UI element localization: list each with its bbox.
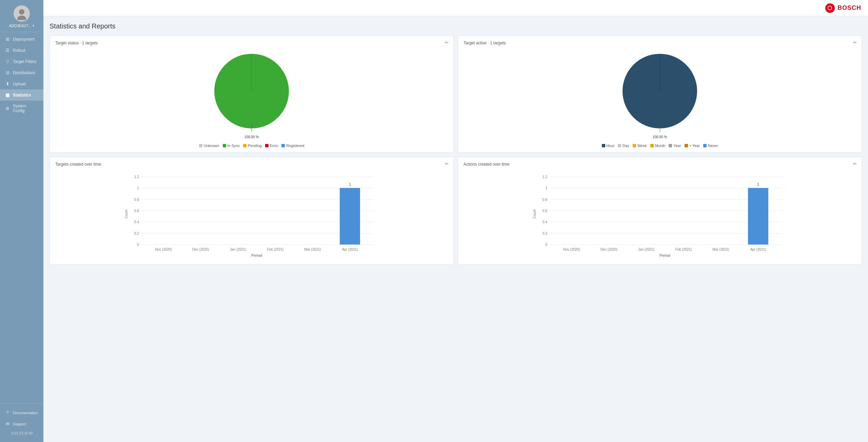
legend-label-pending: Pending	[248, 144, 261, 148]
legend-item-year: Year	[669, 144, 681, 148]
svg-text:1: 1	[757, 183, 759, 186]
sidebar-item-documentation[interactable]: ? Documentation	[0, 407, 43, 418]
legend-item-error: Error	[265, 144, 278, 148]
pie-label-2: 100.00 %	[653, 135, 667, 139]
sidebar-item-support[interactable]: ✉ Support	[0, 418, 43, 429]
pie-container-1: 100.00 % Unknown In Sync P	[55, 49, 448, 148]
sidebar-item-deployment[interactable]: ⊞ Deployment	[0, 34, 43, 45]
legend-label-gt-year: > Year	[689, 144, 700, 148]
svg-text:Period: Period	[251, 253, 262, 257]
week-dot	[633, 144, 636, 147]
bar-apr-2021	[340, 188, 360, 245]
legend-item-insync: In Sync	[223, 144, 240, 148]
legend-item-never: Never	[703, 144, 718, 148]
sidebar-item-label: Rollout	[13, 48, 25, 53]
edit-icon[interactable]: ✏	[445, 40, 449, 45]
svg-text:Dec (2020): Dec (2020)	[192, 248, 209, 251]
main-content: ⬡ BOSCH Statistics and Reports Target st…	[43, 0, 868, 442]
rollout-icon: ☰	[5, 48, 10, 53]
sidebar-item-label: System Config	[13, 104, 39, 113]
gear-icon: ⚙	[5, 106, 10, 111]
svg-text:Apr (2021): Apr (2021)	[750, 248, 766, 251]
legend-item-week: Week	[633, 144, 647, 148]
svg-text:Jan (2021): Jan (2021)	[230, 248, 246, 251]
sidebar-item-target-filters[interactable]: ▽ Target Filters	[0, 56, 43, 67]
edit-icon-3[interactable]: ✏	[445, 161, 449, 166]
chevron-down-icon: ▾	[33, 24, 34, 27]
sidebar-item-label: Statistics	[13, 93, 31, 98]
svg-text:0.6: 0.6	[542, 209, 547, 213]
sidebar-item-label: Support	[13, 422, 26, 426]
never-dot	[703, 144, 707, 147]
svg-point-0	[19, 9, 24, 15]
pending-dot	[243, 144, 246, 147]
edit-icon-4[interactable]: ✏	[853, 161, 857, 166]
gt-year-dot	[685, 144, 688, 147]
svg-text:Jan (2021): Jan (2021)	[638, 248, 654, 251]
chart-target-status: Target status · 1 targets ✏ 100.00 %	[50, 36, 454, 153]
chart1-title: Target status · 1 targets	[55, 41, 448, 45]
sidebar-user[interactable]: ADD3EA17... ▾	[0, 0, 43, 32]
legend-item-gt-year: > Year	[685, 144, 700, 148]
legend-label-year: Year	[673, 144, 681, 148]
bar-chart-svg-2: Count 1.2 1 0.8 0.6 0.4 0.2 0	[463, 170, 856, 258]
insync-dot	[223, 144, 226, 147]
bar-chart-svg-1: Count 1.2 1 0.8 0.6 0.4 0.2 0	[55, 170, 448, 258]
sidebar-item-label: Upload	[13, 82, 26, 86]
legend-item-registered: Registered	[281, 144, 304, 148]
pie-line-1	[252, 124, 252, 132]
statistics-icon: ▦	[5, 92, 10, 98]
pie-svg-2	[621, 52, 699, 130]
support-icon: ✉	[5, 421, 10, 426]
legend-1: Unknown In Sync Pending Error	[199, 144, 304, 148]
sidebar: ADD3EA17... ▾ ⊞ Deployment ☰ Rollout ▽ T…	[0, 0, 43, 442]
unknown-dot	[199, 144, 202, 147]
sidebar-item-label: Documentation	[13, 411, 38, 415]
sidebar-bottom: ? Documentation ✉ Support 2021.03.30.99	[0, 403, 43, 442]
svg-text:1: 1	[349, 183, 351, 186]
sidebar-item-label: Target Filters	[13, 59, 36, 64]
svg-text:1: 1	[545, 186, 547, 190]
svg-point-1	[17, 16, 26, 20]
filter-icon: ▽	[5, 59, 10, 64]
error-dot	[265, 144, 269, 147]
svg-text:0.6: 0.6	[134, 209, 139, 213]
sidebar-item-distributions[interactable]: ⊟ Distributions	[0, 67, 43, 78]
svg-text:0.2: 0.2	[542, 232, 547, 235]
svg-text:0.4: 0.4	[134, 220, 139, 224]
legend-item-month: Month	[650, 144, 666, 148]
sidebar-item-label: Distributions	[13, 70, 35, 75]
chart-target-active: Target active · 1 targets ✏ 100.00 %	[458, 36, 862, 153]
svg-text:Mar (2021): Mar (2021)	[713, 248, 729, 251]
svg-text:0.4: 0.4	[542, 220, 547, 224]
svg-text:1: 1	[137, 186, 139, 190]
svg-text:Feb (2021): Feb (2021)	[675, 248, 692, 251]
legend-label-hour: Hour	[607, 144, 615, 148]
pie-wrapper-2: 100.00 %	[621, 52, 699, 131]
chart-targets-over-time: Targets created over time ✏ Count 1.2 1 …	[50, 157, 454, 265]
svg-text:1.2: 1.2	[542, 175, 547, 179]
sidebar-username[interactable]: ADD3EA17... ▾	[9, 24, 34, 28]
svg-text:Nov (2020): Nov (2020)	[563, 248, 580, 251]
pie-container-2: 100.00 % Hour Day Week	[463, 49, 856, 148]
day-dot	[618, 144, 621, 147]
brand-label: BOSCH	[837, 4, 861, 12]
chart4-title: Actions created over time	[463, 162, 856, 167]
sidebar-item-rollout[interactable]: ☰ Rollout	[0, 45, 43, 56]
legend-label-week: Week	[637, 144, 647, 148]
legend-label-unknown: Unknown	[204, 144, 219, 148]
edit-icon-2[interactable]: ✏	[853, 40, 857, 45]
sidebar-item-upload[interactable]: ⬆ Upload	[0, 78, 43, 89]
sidebar-item-statistics[interactable]: ▦ Statistics	[0, 89, 43, 101]
legend-item-hour: Hour	[602, 144, 615, 148]
svg-text:0.8: 0.8	[134, 198, 139, 202]
sidebar-item-system-config[interactable]: ⚙ System Config	[0, 101, 43, 116]
registered-dot	[281, 144, 285, 147]
distributions-icon: ⊟	[5, 70, 10, 75]
legend-label-registered: Registered	[286, 144, 304, 148]
svg-text:Count: Count	[533, 209, 536, 218]
chart-actions-over-time: Actions created over time ✏ Count 1.2 1 …	[458, 157, 862, 265]
avatar	[14, 5, 30, 22]
bosch-logo: ⬡ BOSCH	[825, 3, 861, 13]
hour-dot	[602, 144, 605, 147]
